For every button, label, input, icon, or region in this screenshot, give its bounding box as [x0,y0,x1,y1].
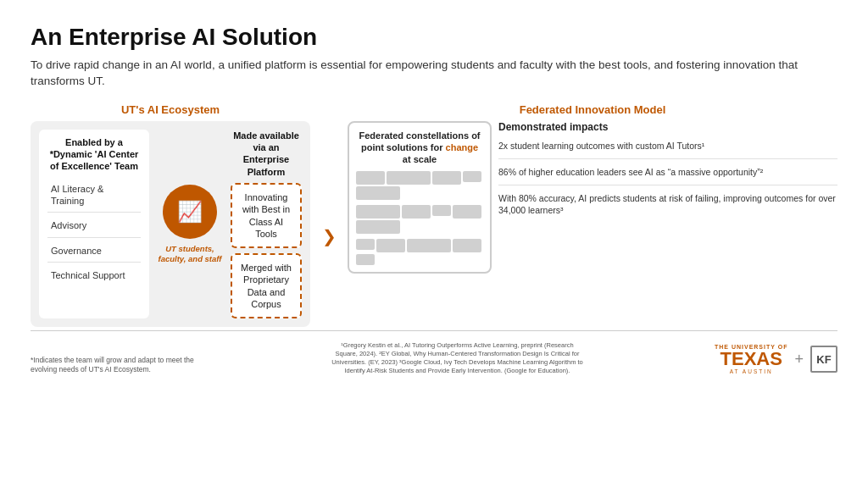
impacts-title: Demonstrated impacts [498,121,837,133]
platform-box-tools: Innovating with Best in Class AI Tools [231,183,302,248]
circle-area: 📈 UT students, faculty, and staff [156,130,224,319]
main-layout: UT's AI Ecosystem Enabled by a *Dynamic … [31,103,837,328]
constellations-box: Federated constellations of point soluti… [348,121,492,274]
card-group-3 [356,239,483,265]
rocket-icon: 📈 [177,200,203,224]
coe-item-advisory: Advisory [47,214,141,237]
coe-title: Enabled by a *Dynamic 'AI Center of Exce… [47,136,141,173]
mini-card [453,205,481,219]
kf-logo: KF [810,346,837,373]
horizontal-divider [31,330,837,331]
mini-card [463,171,481,182]
card-groups [356,171,483,265]
mini-card [356,171,385,185]
federated-section: Federated Innovation Model Federated con… [348,103,837,328]
coe-column: Enabled by a *Dynamic 'AI Center of Exce… [39,130,149,319]
impacts-column: Demonstrated impacts 2x student learning… [498,121,837,274]
constellations-label-part2: at scale [403,154,437,164]
card-group-1 [356,171,483,200]
coe-item-literacy: AI Literacy & Training [47,178,141,213]
mini-card [356,205,400,219]
coe-item-technical: Technical Support [47,264,141,286]
mini-card [356,239,375,250]
impact-item-1: 2x student learning outcomes with custom… [498,140,837,159]
mini-card [402,205,431,219]
mini-card [432,205,451,216]
platform-box-data: Merged with Proprietary Data and Corpus [231,253,302,318]
circle-label: UT students, faculty, and staff [156,244,224,263]
page-subtitle: To drive rapid change in an AI world, a … [31,58,837,90]
constellations-title: Federated constellations of point soluti… [356,130,483,166]
page-title: An Enterprise AI Solution [31,24,837,51]
ut-logo: THE UNIVERSITY OF TEXAS AT AUSTIN [715,344,788,374]
mini-card [387,171,431,185]
arrow-connector: ❯ [319,146,339,328]
card-group-2 [356,205,483,234]
impact-item-3: With 80% accuracy, AI predicts students … [498,192,837,223]
platform-boxes: Innovating with Best in Class AI Tools M… [231,183,302,318]
ut-logo-sub: AT AUSTIN [715,368,788,374]
footer-refs: ¹Gregory Kestin et al., AI Tutoring Outp… [330,341,584,374]
mini-card [432,171,461,185]
platform-header: Made available via an Enterprise Platfor… [231,130,302,178]
ecosystem-section: UT's AI Ecosystem Enabled by a *Dynamic … [31,103,310,328]
federated-inner: Federated constellations of point soluti… [348,121,837,274]
mini-card [407,239,451,252]
mini-card [356,220,400,234]
ecosystem-title: UT's AI Ecosystem [31,103,310,116]
coe-items: AI Literacy & Training Advisory Governan… [47,178,141,286]
coe-item-governance: Governance [47,240,141,263]
platform-column: Made available via an Enterprise Platfor… [231,130,302,319]
ecosystem-box: Enabled by a *Dynamic 'AI Center of Exce… [31,121,310,328]
ut-logo-main: TEXAS [715,350,788,368]
mini-card [376,239,405,252]
orange-circle: 📈 [163,185,217,239]
footer: *Indicates the team will grow and adapt … [31,338,837,374]
mini-card [356,186,400,200]
impact-item-2: 86% of higher education leaders see AI a… [498,166,837,185]
footer-logos: THE UNIVERSITY OF TEXAS AT AUSTIN + KF [715,344,837,374]
federated-title: Federated Innovation Model [348,103,837,116]
footer-note: *Indicates the team will grow and adapt … [31,356,200,374]
plus-sign: + [794,351,804,368]
constellations-label-change: change [446,142,479,152]
mini-card [453,239,481,252]
mini-card [356,254,375,265]
